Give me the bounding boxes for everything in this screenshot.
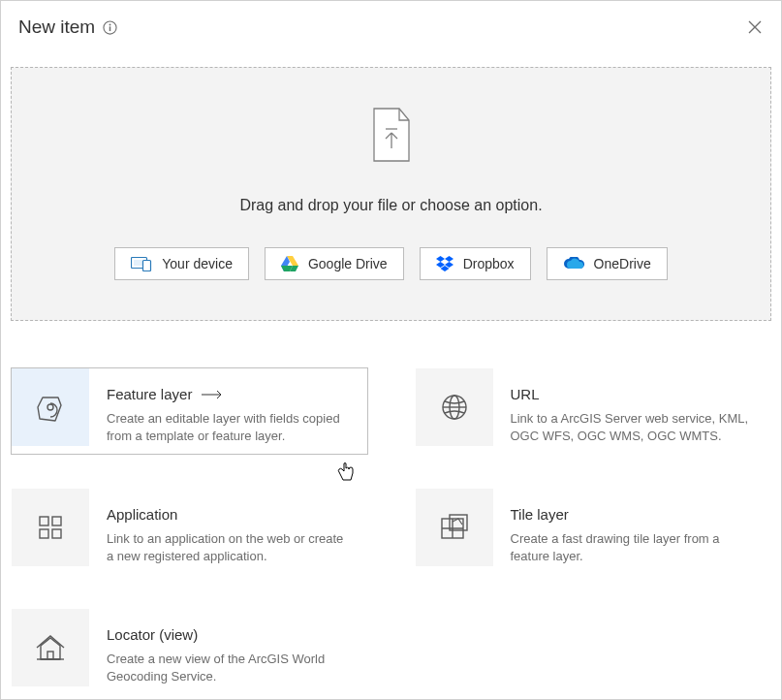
device-icon — [131, 256, 152, 271]
svg-rect-14 — [52, 529, 61, 538]
source-label: Google Drive — [308, 256, 388, 271]
source-label: OneDrive — [594, 256, 651, 271]
option-desc: Link to a ArcGIS Server web service, KML… — [511, 410, 756, 445]
svg-rect-13 — [40, 529, 48, 538]
option-desc: Link to an application on the web or cre… — [107, 530, 352, 565]
option-text: Application Link to an application on th… — [89, 489, 367, 565]
option-title: Locator (view) — [107, 626, 198, 643]
application-icon — [12, 489, 89, 566]
dialog-body: Drag and drop your file or choose an opt… — [1, 67, 781, 695]
option-application[interactable]: Application Link to an application on th… — [11, 488, 368, 575]
google-drive-button[interactable]: Google Drive — [265, 247, 404, 280]
source-buttons: Your device Google Drive — [114, 247, 667, 280]
upload-file-icon — [370, 108, 413, 162]
arrow-right-icon — [202, 390, 223, 399]
option-text: URL Link to a ArcGIS Server web service,… — [493, 368, 771, 445]
dropzone-text: Drag and drop your file or choose an opt… — [239, 197, 542, 214]
svg-rect-12 — [52, 517, 61, 525]
item-type-options: Feature layer Create an editable layer w… — [11, 367, 771, 695]
option-desc: Create a fast drawing tile layer from a … — [511, 530, 756, 565]
source-label: Your device — [162, 256, 233, 271]
onedrive-button[interactable]: OneDrive — [547, 247, 668, 280]
svg-point-7 — [47, 404, 53, 410]
source-label: Dropbox — [463, 256, 515, 271]
info-icon[interactable] — [103, 20, 117, 35]
close-button[interactable] — [746, 18, 764, 36]
option-text: Tile layer Create a fast drawing tile la… — [493, 489, 771, 565]
option-desc: Create an editable layer with fields cop… — [107, 410, 352, 445]
svg-rect-2 — [109, 26, 111, 31]
option-locator-view[interactable]: Locator (view) Create a new view of the … — [11, 608, 368, 695]
svg-rect-6 — [143, 261, 151, 271]
file-dropzone[interactable]: Drag and drop your file or choose an opt… — [11, 67, 771, 321]
option-title: Feature layer — [107, 386, 223, 402]
option-feature-layer[interactable]: Feature layer Create an editable layer w… — [11, 367, 368, 455]
pointer-cursor-icon — [337, 461, 355, 483]
option-title: Application — [107, 506, 177, 523]
dropbox-icon — [436, 256, 454, 271]
option-title: URL — [511, 386, 540, 402]
new-item-dialog: New item Drag and drop your file or choo… — [0, 0, 782, 700]
feature-layer-icon — [12, 368, 89, 446]
option-url[interactable]: URL Link to a ArcGIS Server web service,… — [415, 367, 772, 455]
google-drive-icon — [281, 256, 298, 271]
option-title: Tile layer — [511, 506, 569, 523]
locator-icon — [12, 609, 89, 686]
dialog-header: New item — [1, 1, 781, 51]
dialog-title: New item — [18, 16, 95, 38]
url-icon — [416, 368, 493, 446]
option-text: Feature layer Create an editable layer w… — [89, 368, 367, 445]
dropbox-button[interactable]: Dropbox — [420, 247, 531, 280]
option-desc: Create a new view of the ArcGIS World Ge… — [107, 651, 352, 685]
tile-layer-icon — [416, 489, 493, 566]
svg-point-1 — [109, 23, 111, 25]
option-text: Locator (view) Create a new view of the … — [89, 609, 367, 685]
svg-rect-11 — [40, 517, 48, 525]
your-device-button[interactable]: Your device — [114, 247, 249, 280]
onedrive-icon — [563, 257, 584, 270]
svg-rect-17 — [47, 652, 53, 659]
option-tile-layer[interactable]: Tile layer Create a fast drawing tile la… — [415, 488, 772, 575]
